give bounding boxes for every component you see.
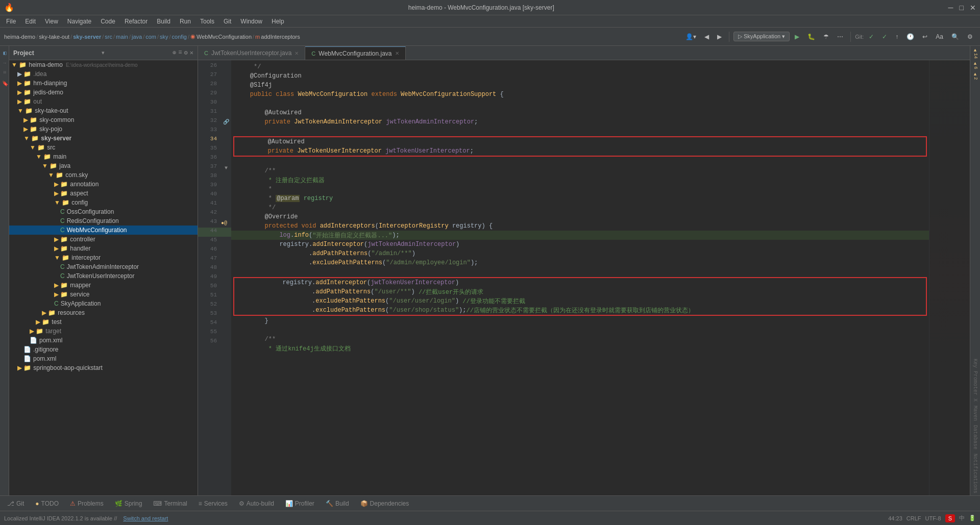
tree-item-mapper[interactable]: ▶ 📁 mapper	[9, 281, 198, 290]
tree-item-ossconfiguration[interactable]: C OssConfiguration	[9, 207, 198, 216]
bottom-tab-autobuild[interactable]: ⚙ Auto-build	[234, 498, 279, 509]
tree-item-gitignore[interactable]: 📄 .gitignore	[9, 345, 198, 354]
breadcrumb-config[interactable]: config	[172, 34, 187, 40]
menu-view[interactable]: View	[41, 17, 62, 26]
tree-item-main[interactable]: ▼ 📁 main	[9, 152, 198, 161]
panel-dropdown[interactable]: ▾	[102, 49, 105, 56]
tab-jwttoken[interactable]: C JwtTokenUserInterceptor.java ✕	[198, 46, 305, 60]
tree-item-java[interactable]: ▼ 📁 java	[9, 161, 198, 170]
breadcrumb-webmvc[interactable]: WebMvcConfiguration	[197, 34, 252, 40]
project-icon[interactable]: ◧	[2, 48, 7, 58]
tree-item-annotation[interactable]: ▶ 📁 annotation	[9, 180, 198, 189]
bottom-tab-terminal[interactable]: ⌨ Terminal	[148, 498, 192, 509]
tree-item-handler[interactable]: ▶ 📁 handler	[9, 244, 198, 253]
tree-item-webmvcconfiguration[interactable]: C WebMvcConfiguration	[9, 226, 198, 235]
tree-item-target[interactable]: ▶ 📁 target	[9, 327, 198, 336]
panel-sync-icon[interactable]: ⊕	[173, 49, 176, 57]
git-commit[interactable]: ✓	[879, 32, 890, 41]
maven-icon[interactable]: Maven	[970, 404, 980, 423]
encoding-indicator[interactable]: UTF-8	[925, 515, 941, 521]
bottom-tab-todo[interactable]: ● TODO	[30, 498, 64, 509]
maximize-button[interactable]: □	[960, 4, 964, 12]
tree-item-src[interactable]: ▼ 📁 src	[9, 143, 198, 152]
switch-restart-link[interactable]: Switch and restart	[123, 515, 168, 521]
tab-close-jwt[interactable]: ✕	[295, 51, 299, 56]
profile-button[interactable]: 👤▾	[682, 32, 699, 41]
breadcrumb-java[interactable]: java	[132, 34, 142, 40]
menu-file[interactable]: File	[2, 17, 20, 26]
run-button[interactable]: ▶	[792, 32, 802, 41]
line-ending-indicator[interactable]: CRLF	[906, 515, 921, 521]
skytakeout-badge[interactable]: S	[945, 514, 955, 522]
breadcrumb-sky-take-out[interactable]: sky-take-out	[39, 34, 69, 40]
run-config-selector[interactable]: ▷ SkyApplication ▾	[733, 32, 790, 41]
tree-item-redisconfiguration[interactable]: C RedisConfiguration	[9, 216, 198, 226]
coverage-button[interactable]: ☂	[820, 32, 832, 41]
more-run-button[interactable]: ⋯	[834, 32, 846, 41]
key-promoter-icon[interactable]: Key Promoter X	[970, 357, 980, 404]
breadcrumb-sky-server[interactable]: sky-server	[73, 34, 101, 40]
git-history[interactable]: 🕐	[903, 32, 917, 41]
tree-item-jwtadmin[interactable]: C JwtTokenAdminInterceptor	[9, 262, 198, 271]
database-icon[interactable]: Database	[970, 423, 980, 452]
tree-item-skyapplication[interactable]: C SkyApplication	[9, 299, 198, 308]
tree-item-interceptor[interactable]: ▼ 📁 interceptor	[9, 253, 198, 262]
git-push[interactable]: ↑	[892, 32, 901, 41]
tab-webmvc[interactable]: C WebMvcConfiguration.java ✕	[305, 46, 405, 60]
tree-item-sky-pojo[interactable]: ▶ 📁 sky-pojo	[9, 124, 198, 134]
tree-item-service[interactable]: ▶ 📁 service	[9, 290, 198, 299]
tree-item-hm-dianping[interactable]: ▶ 📁 hm-dianping	[9, 79, 198, 88]
bottom-tab-dependencies[interactable]: 📦 Dependencies	[355, 498, 414, 509]
tree-item-resources[interactable]: ▶ 📁 resources	[9, 308, 198, 317]
git-translate[interactable]: Aa	[933, 32, 946, 41]
breadcrumb-heima-demo[interactable]: heima-demo	[4, 34, 35, 40]
menu-git[interactable]: Git	[219, 17, 235, 26]
tree-item-comsky[interactable]: ▼ 📁 com.sky	[9, 170, 198, 180]
breadcrumb-addinterceptors[interactable]: addInterceptors	[261, 34, 300, 40]
tree-item-idea[interactable]: ▶ 📁 .idea	[9, 69, 198, 79]
breadcrumb-main[interactable]: main	[116, 34, 128, 40]
debug-button[interactable]: 🐛	[804, 32, 818, 41]
settings-button[interactable]: ⚙	[964, 32, 976, 41]
bottom-tab-problems[interactable]: ⚠ Problems	[65, 498, 109, 509]
gutter-fold-37[interactable]: ▼	[221, 163, 231, 172]
menu-refactor[interactable]: Refactor	[120, 17, 152, 26]
panel-close-icon[interactable]: ✕	[190, 49, 193, 57]
bottom-tab-build[interactable]: 🔨 Build	[321, 498, 354, 509]
bottom-tab-git[interactable]: ⎇ Git	[2, 498, 29, 509]
git-rollback[interactable]: ↩	[919, 32, 930, 41]
menu-help[interactable]: Help	[267, 17, 288, 26]
tree-item-config[interactable]: ▼ 📁 config	[9, 198, 198, 207]
code-content[interactable]: */ @Configuration @Slf4j public class We…	[231, 60, 929, 495]
commit-icon[interactable]: ↑	[2, 60, 7, 67]
menu-window[interactable]: Window	[236, 17, 266, 26]
menu-build[interactable]: Build	[153, 17, 175, 26]
line-col-indicator[interactable]: 44:23	[888, 515, 902, 521]
tree-item-test[interactable]: ▶ 📁 test	[9, 317, 198, 327]
tree-item-heima-demo[interactable]: ▼ 📁 heima-demo E:\idea-workspace\heima-d…	[9, 60, 198, 69]
memory-indicator[interactable]: 🔋	[969, 515, 976, 521]
tree-item-pom-root[interactable]: 📄 pom.xml	[9, 354, 198, 363]
breadcrumb-sky[interactable]: sky	[160, 34, 168, 40]
bookmarks-icon[interactable]: 🔖	[2, 78, 7, 88]
search-button[interactable]: 🔍	[948, 32, 962, 41]
minimize-button[interactable]: ─	[948, 4, 953, 12]
tree-item-controller[interactable]: ▶ 📁 controller	[9, 235, 198, 244]
tree-item-sky-server[interactable]: ▼ 📁 sky-server	[9, 134, 198, 143]
tree-item-sky-take-out[interactable]: ▼ 📁 sky-take-out	[9, 106, 198, 115]
git-check[interactable]: ✓	[866, 32, 877, 41]
menu-code[interactable]: Code	[96, 17, 119, 26]
panel-collapse-icon[interactable]: ≡	[178, 49, 182, 57]
breadcrumb-src[interactable]: src	[105, 34, 112, 40]
tree-item-out[interactable]: ▶ 📁 out	[9, 97, 198, 106]
menu-run[interactable]: Run	[176, 17, 195, 26]
panel-settings-icon[interactable]: ⚙	[184, 49, 188, 57]
bottom-tab-services[interactable]: ≡ Services	[193, 498, 233, 509]
back-button[interactable]: ◀	[701, 32, 712, 41]
tree-item-springboot[interactable]: ▶ 📁 springboot-aop-quickstart	[9, 363, 198, 372]
tab-close-webmvc[interactable]: ✕	[395, 51, 399, 56]
close-button[interactable]: ✕	[970, 4, 976, 12]
structure-icon[interactable]: ≡	[2, 69, 7, 76]
menu-tools[interactable]: Tools	[196, 17, 218, 26]
tree-item-pom-server[interactable]: 📄 pom.xml	[9, 336, 198, 345]
